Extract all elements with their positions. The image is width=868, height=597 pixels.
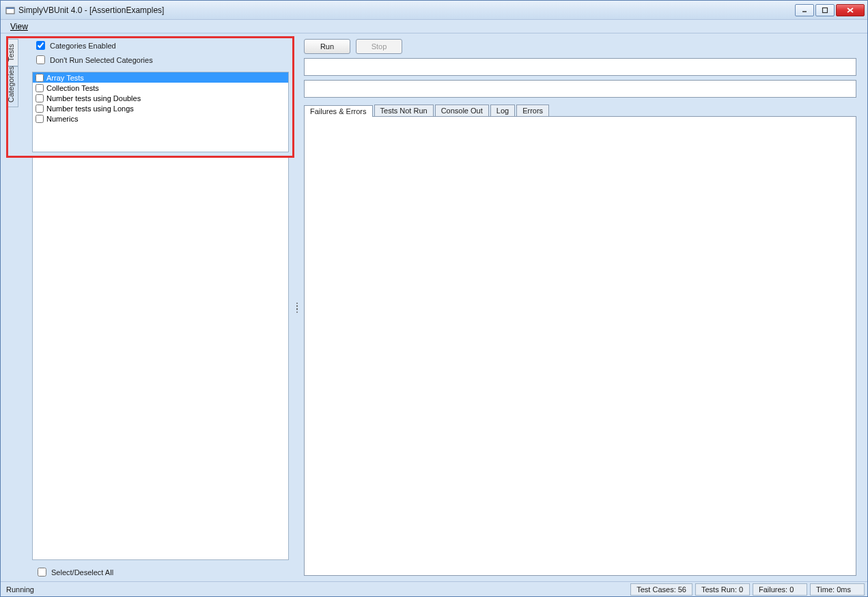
select-all-row[interactable]: Select/Deselect All — [35, 566, 289, 579]
tab-tests-not-run[interactable]: Tests Not Run — [374, 105, 434, 116]
status-time: Time: 0ms — [810, 583, 865, 596]
statusbar: Running Test Cases: 56 Tests Run: 0 Fail… — [1, 581, 867, 596]
category-item-checkbox[interactable] — [36, 94, 44, 102]
tree-area[interactable] — [32, 156, 289, 560]
left-panel: Tests Categories Categories Enabled Don'… — [5, 35, 292, 580]
categories-enabled-checkbox[interactable] — [36, 41, 45, 50]
splitter-grip-icon: ⋮⋮ — [293, 305, 300, 310]
svg-rect-3 — [823, 8, 828, 12]
category-item[interactable]: Number tests using Doubles — [33, 93, 288, 103]
menubar: View — [1, 20, 867, 33]
sidetab-tests[interactable]: Tests — [6, 39, 18, 66]
app-icon — [5, 5, 16, 16]
category-item-checkbox[interactable] — [36, 115, 44, 123]
minimize-button[interactable] — [795, 4, 814, 16]
svg-rect-1 — [6, 8, 14, 9]
maximize-button[interactable] — [815, 4, 835, 16]
right-panel: Run Stop Failures & Errors Tests Not Run… — [301, 35, 863, 580]
status-failures: Failures: 0 — [753, 583, 807, 596]
category-item-label: Collection Tests — [46, 84, 99, 92]
select-all-label: Select/Deselect All — [51, 568, 113, 577]
tab-failures-errors[interactable]: Failures & Errors — [304, 105, 373, 117]
category-item-checkbox[interactable] — [36, 105, 44, 113]
titlebar: SimplyVBUnit 4.0 - [AssertionExamples] — [1, 1, 867, 20]
result-tabs: Failures & Errors Tests Not Run Console … — [304, 105, 856, 116]
categories-enabled-row[interactable]: Categories Enabled — [33, 39, 286, 52]
window-title: SimplyVBUnit 4.0 - [AssertionExamples] — [18, 5, 795, 15]
close-button[interactable] — [836, 4, 865, 16]
content-area: Tests Categories Categories Enabled Don'… — [1, 33, 867, 581]
category-item[interactable]: Numerics — [33, 113, 288, 124]
side-tabs: Tests Categories — [6, 39, 18, 107]
dont-run-label: Don't Run Selected Categories — [50, 56, 153, 64]
category-item-label: Numerics — [46, 115, 78, 123]
run-controls: Run Stop — [301, 39, 859, 54]
progress-bar-1 — [304, 58, 856, 76]
window-buttons — [795, 4, 865, 16]
category-item[interactable]: Array Tests — [33, 72, 288, 83]
category-item[interactable]: Collection Tests — [33, 83, 288, 93]
progress-bar-2 — [304, 80, 856, 98]
select-all-checkbox[interactable] — [38, 568, 46, 577]
run-button[interactable]: Run — [304, 39, 350, 54]
split-pane: Tests Categories Categories Enabled Don'… — [5, 35, 863, 580]
app-window: SimplyVBUnit 4.0 - [AssertionExamples] V… — [0, 0, 868, 597]
category-item-label: Number tests using Doubles — [46, 94, 141, 102]
splitter[interactable]: ⋮⋮ — [292, 35, 301, 580]
dont-run-checkbox[interactable] — [36, 55, 45, 64]
category-list[interactable]: Array TestsCollection TestsNumber tests … — [32, 72, 289, 152]
category-item-label: Number tests using Longs — [46, 105, 134, 113]
tab-console-out[interactable]: Console Out — [435, 105, 489, 116]
categories-enabled-label: Categories Enabled — [50, 42, 116, 50]
category-item-checkbox[interactable] — [36, 74, 44, 82]
menu-view[interactable]: View — [6, 20, 32, 33]
result-output[interactable] — [304, 116, 856, 576]
sidetab-categories[interactable]: Categories — [6, 66, 18, 107]
stop-button[interactable]: Stop — [356, 39, 402, 54]
tab-log[interactable]: Log — [490, 105, 515, 116]
left-inner: Categories Enabled Don't Run Selected Ca… — [18, 35, 292, 580]
dont-run-row[interactable]: Don't Run Selected Categories — [33, 53, 286, 66]
category-item-checkbox[interactable] — [36, 84, 44, 92]
tab-errors[interactable]: Errors — [516, 105, 549, 116]
status-left: Running — [3, 585, 628, 594]
status-test-cases: Test Cases: 56 — [630, 583, 692, 596]
status-tests-run: Tests Run: 0 — [695, 583, 750, 596]
category-item-label: Array Tests — [46, 74, 84, 82]
category-item[interactable]: Number tests using Longs — [33, 103, 288, 113]
category-options: Categories Enabled Don't Run Selected Ca… — [18, 35, 292, 70]
